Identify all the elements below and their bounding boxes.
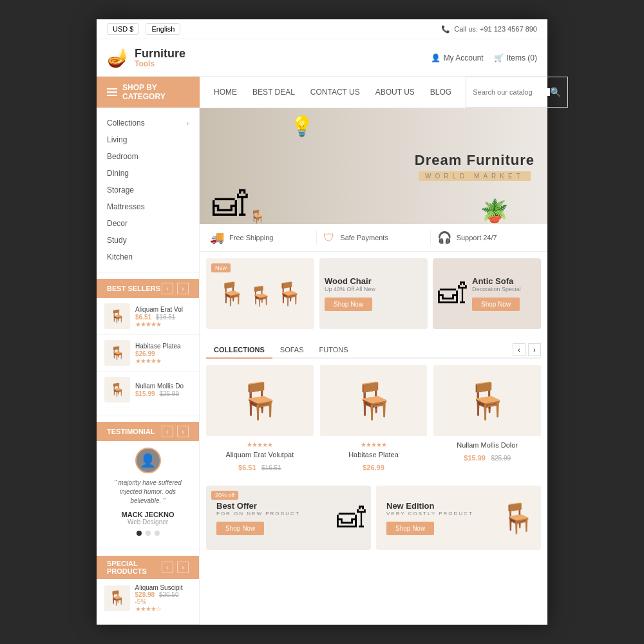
dot-1[interactable] [137, 531, 142, 536]
products-prev-btn[interactable]: ‹ [513, 343, 526, 356]
sofa-display-icon: 🛋 [438, 277, 467, 310]
nav-links: HOME BEST DEAL CONTACT US ABOUT US BLOG [200, 77, 466, 108]
new-edition-banner: New Edition VERY COSTLY PRODUCT Shop Now… [376, 486, 541, 550]
second-promo-section: 20% off Best Offer FOR ON NEW PRODUCT Sh… [200, 479, 547, 556]
hamburger-icon [107, 88, 117, 96]
sidebar-item-bedroom[interactable]: Bedroom [97, 148, 199, 165]
product-image-2: 🪑 [104, 340, 130, 366]
best-offer-subtitle: FOR ON NEW PRODUCT [216, 511, 300, 516]
best-offer-banner: 20% off Best Offer FOR ON NEW PRODUCT Sh… [206, 486, 371, 550]
best-offer-shop-now-btn[interactable]: Shop Now [216, 522, 264, 535]
testimonial-prev[interactable]: ‹ [162, 426, 173, 437]
product-price-3: $15.99 $25.99 [433, 451, 541, 463]
top-bar: USD $ English 📞 Call us: +91 123 4567 89… [97, 19, 547, 39]
tab-sofas[interactable]: SOFAS [272, 342, 312, 357]
user-icon: 👤 [431, 53, 440, 62]
nav-contact[interactable]: CONTACT US [303, 81, 368, 103]
logo[interactable]: 🪔 Furniture Tools [107, 47, 185, 68]
sidebar-item-storage[interactable]: Storage [97, 182, 199, 198]
special-product-image: 🪑 [104, 585, 130, 611]
table-icon: 🪑 [249, 209, 265, 224]
sidebar-item-collections[interactable]: Collections › [97, 115, 199, 131]
products-next-btn[interactable]: › [528, 343, 541, 356]
sidebar-item-living[interactable]: Living [97, 131, 199, 148]
shop-by-category-label: SHOP BY CATEGORY [122, 83, 189, 101]
sidebar-item-decor[interactable]: Decor [97, 215, 199, 232]
header: 🪔 Furniture Tools 👤 My Account 🛒 Items (… [97, 39, 547, 77]
product-card-1[interactable]: 🪑 ★★★★★ Aliquam Erat Volutpat $6.51 $16.… [206, 365, 314, 473]
plant-icon: 🪴 [480, 198, 509, 224]
product-name-1: Aliquam Erat Volutpat [206, 451, 314, 459]
product-stars-1: ★★★★★ [206, 441, 314, 448]
best-sellers-next[interactable]: › [177, 283, 189, 294]
dot-2[interactable] [146, 531, 151, 536]
new-edition-shop-now-btn[interactable]: Shop Now [386, 522, 434, 535]
antic-sofa-content: Antic Sofa Decoration Special Shop Now [467, 271, 526, 316]
sidebar-item-dining[interactable]: Dining [97, 165, 199, 182]
nav-best-deal[interactable]: BEST DEAL [245, 81, 303, 103]
special-product-item[interactable]: 🪑 Aliquam Suscipit $28.98 $30.50 -5% ★★★… [97, 579, 199, 618]
special-products-widget: SPECIAL PRODUCTS ‹ › 🪑 Aliquam Suscipit … [97, 549, 199, 625]
search-button[interactable]: 🔍 [550, 87, 561, 97]
testimonial-content: 👤 " majority have suffered injected humo… [97, 441, 199, 542]
nav-blog[interactable]: BLOG [422, 81, 459, 103]
my-account-link[interactable]: 👤 My Account [431, 53, 484, 62]
antic-sofa-title: Antic Sofa [472, 276, 521, 286]
dot-3[interactable] [155, 531, 160, 536]
product-card-2[interactable]: 🪑 ★★★★★ Habitase Platea $26.99 [320, 365, 428, 473]
top-bar-left: USD $ English [107, 23, 180, 35]
cart-link[interactable]: 🛒 Items (0) [494, 53, 537, 62]
best-seller-item-1[interactable]: 🪑 Aliquam Erat Vol $6.51 $16.51 ★★★★★ [97, 298, 199, 335]
antic-sofa-shop-now-btn[interactable]: Shop Now [472, 298, 520, 311]
best-seller-item-3[interactable]: 🪑 Nullam Mollis Do $15.99 $25.99 [97, 372, 199, 408]
products-nav: ‹ › [513, 343, 541, 356]
testimonial-nav: ‹ › [162, 426, 189, 437]
search-area[interactable]: 🔍 [466, 77, 568, 108]
promo-banners: New 🪑 🪑 🪑 Wood Chair Up 40% Off All New … [200, 252, 547, 336]
tab-collections[interactable]: COLLECTIONS [206, 342, 272, 359]
products-section: COLLECTIONS SOFAS FUTONS ‹ › 🪑 ★★★★★ Ali… [200, 336, 547, 479]
sidebar-item-mattresses[interactable]: Mattresses [97, 198, 199, 215]
product-info-3: Nullam Mollis Do $15.99 $25.99 [135, 382, 191, 397]
search-input[interactable] [473, 88, 550, 96]
shipping-label: Free Shipping [229, 234, 274, 242]
wood-chair-subtitle: Up 40% Off All New [325, 286, 375, 292]
tab-futons[interactable]: FUTONS [312, 342, 356, 357]
cart-label: Items (0) [507, 53, 537, 62]
feature-support: 🎧 Support 24/7 [437, 231, 537, 245]
promo-antic-sofa-banner: 🛋 Antic Sofa Decoration Special Shop Now [433, 258, 541, 329]
chair-icon-3: 🪑 [275, 281, 303, 307]
special-products-nav: ‹ › [162, 562, 189, 573]
chair-icon-2: 🪑 [249, 285, 272, 307]
special-prev[interactable]: ‹ [162, 562, 173, 573]
product-card-img-1: 🪑 [206, 365, 314, 436]
sidebar-item-kitchen[interactable]: Kitchen [97, 249, 199, 265]
wood-chair-content: Wood Chair Up 40% Off All New Shop Now [319, 271, 381, 316]
nav-about[interactable]: ABOUT US [368, 81, 422, 103]
testimonial-next[interactable]: › [177, 426, 189, 437]
testimonial-label: TESTIMONIAL [107, 428, 155, 435]
language-dropdown[interactable]: English [146, 23, 180, 35]
product-card-3[interactable]: 🪑 Nullam Mollis Dolor $15.99 $25.99 [433, 365, 541, 473]
shop-by-category-btn[interactable]: SHOP BY CATEGORY [97, 77, 200, 108]
nav-home[interactable]: HOME [206, 81, 245, 103]
top-bar-right: 📞 Call us: +91 123 4567 890 [441, 25, 537, 33]
lamp-icon: 🪔 [107, 47, 129, 68]
testimonial-quote: " majority have suffered injected humor.… [104, 478, 191, 506]
product-image-1: 🪑 [104, 303, 130, 329]
antic-sofa-subtitle: Decoration Special [472, 286, 521, 292]
testimonial-author: MACK JECKNO [104, 511, 191, 518]
product-name-3: Nullam Mollis Dolor [433, 441, 541, 449]
wood-chair-shop-now-btn[interactable]: Shop Now [325, 298, 372, 311]
currency-dropdown[interactable]: USD $ [107, 23, 139, 35]
promo-new-banner: New 🪑 🪑 🪑 [206, 258, 314, 329]
best-seller-item-2[interactable]: 🪑 Habitase Platea $26.99 ★★★★★ [97, 335, 199, 372]
sidebar-item-study[interactable]: Study [97, 232, 199, 249]
main-layout: Collections › Living Bedroom Dining Stor… [97, 108, 547, 625]
best-sellers-prev[interactable]: ‹ [162, 283, 173, 294]
product-info-1: Aliquam Erat Vol $6.51 $16.51 ★★★★★ [135, 305, 191, 328]
promo-wood-chair-banner: Wood Chair Up 40% Off All New Shop Now [319, 258, 428, 329]
special-next[interactable]: › [177, 562, 189, 573]
new-edition-image: 🪑 [500, 501, 536, 535]
product-card-img-2: 🪑 [320, 365, 428, 436]
